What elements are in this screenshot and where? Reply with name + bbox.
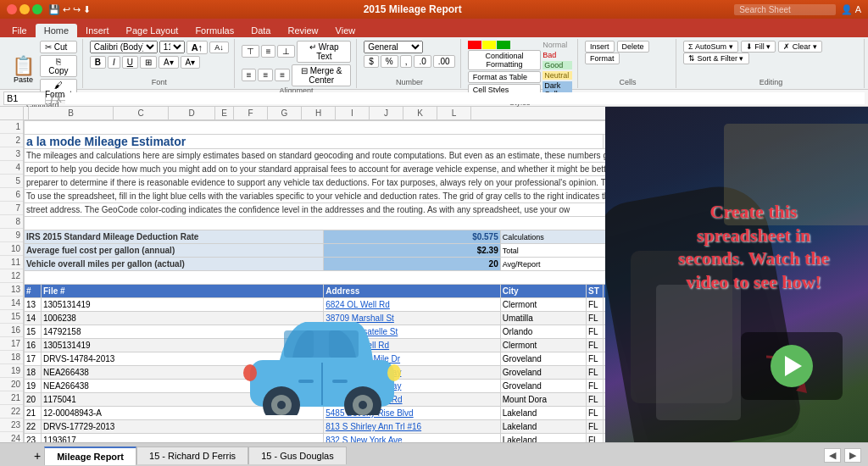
title-bar-right: 👤 A: [734, 4, 861, 15]
conditional-format-button[interactable]: Conditional Formatting: [468, 50, 542, 70]
alignment-controls: ⊤ ≡ ⊥ ↵ Wrap Text ≡ ≡ ≡ ⊟ Merge & Center: [242, 41, 352, 86]
col-d: D: [169, 107, 215, 119]
sheet-nav-controls: ◀ ▶: [824, 448, 868, 463]
font-size-select[interactable]: 11: [159, 41, 185, 53]
search-input[interactable]: [734, 4, 836, 15]
align-bottom-button[interactable]: ⊥: [277, 45, 295, 58]
align-middle-button[interactable]: ≡: [261, 45, 276, 58]
cell-reference-input[interactable]: [3, 92, 46, 105]
sheet-scroll-left[interactable]: ◀: [824, 448, 841, 463]
merge-center-button[interactable]: ⊟ Merge & Center: [292, 64, 351, 86]
ribbon-group-editing: Σ AutoSum ▾ ⬇ Fill ▾ ✗ Clear ▾ ⇅ Sort & …: [678, 39, 865, 88]
currency-button[interactable]: $: [364, 55, 379, 68]
ribbon-group-styles: Conditional Formatting Format as Table C…: [463, 39, 578, 88]
tab-page-layout[interactable]: Page Layout: [118, 24, 187, 37]
maximize-btn[interactable]: [32, 4, 42, 14]
sheet-tab-richard[interactable]: 15 - Richard D Ferris: [136, 447, 248, 464]
col-h: H: [302, 107, 336, 119]
ribbon-content: 📋 Paste ✂ Cut ⎘ Copy 🖌 Format Clipboard …: [0, 37, 868, 90]
decrease-font-button[interactable]: A↓: [209, 42, 229, 53]
close-btn[interactable]: [7, 4, 17, 14]
address-link[interactable]: 6824 OL Well Rd: [324, 298, 500, 312]
font-family-select[interactable]: Calibri (Body): [90, 41, 158, 53]
percent-button[interactable]: %: [381, 55, 398, 68]
formula-bar: ƒx: [0, 90, 868, 107]
sheet-scroll-right[interactable]: ▶: [844, 448, 861, 463]
align-right-button[interactable]: ≡: [275, 69, 290, 81]
window-title: 2015 Mileage Report: [364, 3, 462, 15]
cut-button[interactable]: ✂ Cut: [40, 41, 77, 53]
style-neutral: Neutral: [542, 71, 572, 80]
sheet-tabs-bar: + Mileage Report 15 - Richard D Ferris 1…: [0, 442, 868, 466]
clear-button[interactable]: ✗ Clear ▾: [778, 41, 822, 53]
fuel-cost-label: Average fuel cost per gallon (annual): [25, 244, 324, 258]
underline-button[interactable]: U: [122, 56, 138, 69]
sort-filter-button[interactable]: ⇅ Sort & Filter ▾: [683, 53, 749, 64]
wrap-text-button[interactable]: ↵ Wrap Text: [297, 41, 351, 63]
tab-file[interactable]: File: [3, 24, 36, 37]
tab-view[interactable]: View: [327, 24, 364, 37]
col-i: I: [336, 107, 370, 119]
style-good: Good: [542, 61, 572, 69]
border-button[interactable]: ⊞: [140, 56, 157, 69]
align-top-button[interactable]: ⊤: [242, 45, 259, 58]
address-link[interactable]: 422 Sauvignon Way: [324, 366, 500, 380]
autosum-button[interactable]: Σ AutoSum ▾: [683, 41, 738, 53]
col-j: J: [370, 107, 403, 119]
style-normal: Normal: [542, 41, 572, 49]
col-b: B: [29, 107, 114, 119]
window-controls[interactable]: 💾 ↩ ↪ ⬇: [7, 4, 91, 15]
formula-input[interactable]: [65, 92, 865, 104]
col-header-city: City: [500, 285, 586, 298]
sheet-tab-mileage[interactable]: Mileage Report: [44, 447, 136, 465]
play-button[interactable]: [771, 345, 813, 387]
address-link[interactable]: 6609 Wadsworth Rd: [324, 393, 500, 407]
paste-button[interactable]: 📋 Paste: [8, 55, 38, 86]
irs-label: IRS 2015 Standard Mileage Deduction Rate: [25, 230, 324, 244]
font-controls: Calibri (Body) 11 A↑ A↓ B I U ⊞ A▾ A▾: [90, 41, 229, 69]
address-link[interactable]: 5485 Beverly Rise Blvd: [324, 407, 500, 420]
fuel-cost-value: $2.39: [324, 244, 500, 258]
col-f: F: [234, 107, 268, 119]
fill-color-button[interactable]: A▾: [159, 56, 179, 69]
tab-formulas[interactable]: Formulas: [186, 24, 242, 37]
spreadsheet-title: a la mode Mileage Estimator: [25, 135, 604, 149]
col-g: G: [268, 107, 302, 119]
mpg-value: 20: [324, 258, 500, 271]
address-link[interactable]: 2636 Mussatelle St: [324, 325, 500, 339]
format-as-table-button[interactable]: Format as Table: [468, 71, 542, 83]
address-link[interactable]: 38709 Marshall St: [324, 312, 500, 325]
address-link[interactable]: 813 S Shirley Ann Trl #16: [324, 420, 500, 434]
tab-home[interactable]: Home: [36, 24, 77, 37]
align-center-button[interactable]: ≡: [258, 69, 273, 81]
video-play-overlay[interactable]: [741, 332, 843, 400]
sheet-tab-gus[interactable]: 15 - Gus Douglas: [248, 447, 347, 464]
italic-button[interactable]: I: [108, 56, 120, 69]
fill-button[interactable]: ⬇ Fill ▾: [741, 41, 776, 53]
format-cells-button[interactable]: Format: [585, 53, 620, 64]
font-color-button[interactable]: A▾: [181, 56, 201, 69]
address-link[interactable]: 422 Sauvignon Way: [324, 380, 500, 393]
decrease-decimal-button[interactable]: .00: [433, 55, 455, 68]
tab-insert[interactable]: Insert: [77, 24, 118, 37]
address-link[interactable]: 832 S New York Ave: [324, 434, 500, 443]
deduction-rate: $0.575: [324, 230, 500, 244]
tab-data[interactable]: Data: [242, 24, 279, 37]
minimize-btn[interactable]: [19, 4, 30, 14]
main-content: 1 2 3 4 5 6 7 8 9 10 11 12 13 14 15 16 1…: [0, 107, 868, 442]
number-format-select[interactable]: General: [364, 41, 423, 53]
increase-decimal-button[interactable]: .0: [414, 55, 431, 68]
address-link[interactable]: 140 Nautica Mile Dr: [324, 352, 500, 366]
comma-button[interactable]: ,: [400, 55, 413, 68]
mpg-label: Vehicle overall miles per gallon (actual…: [25, 258, 324, 271]
copy-button[interactable]: ⎘ Copy: [40, 55, 77, 77]
address-link[interactable]: 6824 Oil Well Rd: [324, 339, 500, 352]
add-sheet-button[interactable]: +: [34, 449, 41, 463]
increase-font-button[interactable]: A↑: [186, 41, 208, 54]
bold-button[interactable]: B: [90, 56, 106, 69]
ribbon-tabs: File Home Insert Page Layout Formulas Da…: [0, 19, 868, 37]
tab-review[interactable]: Review: [279, 24, 326, 37]
insert-cells-button[interactable]: Insert: [585, 41, 615, 53]
delete-cells-button[interactable]: Delete: [617, 41, 649, 53]
align-left-button[interactable]: ≡: [242, 69, 257, 81]
